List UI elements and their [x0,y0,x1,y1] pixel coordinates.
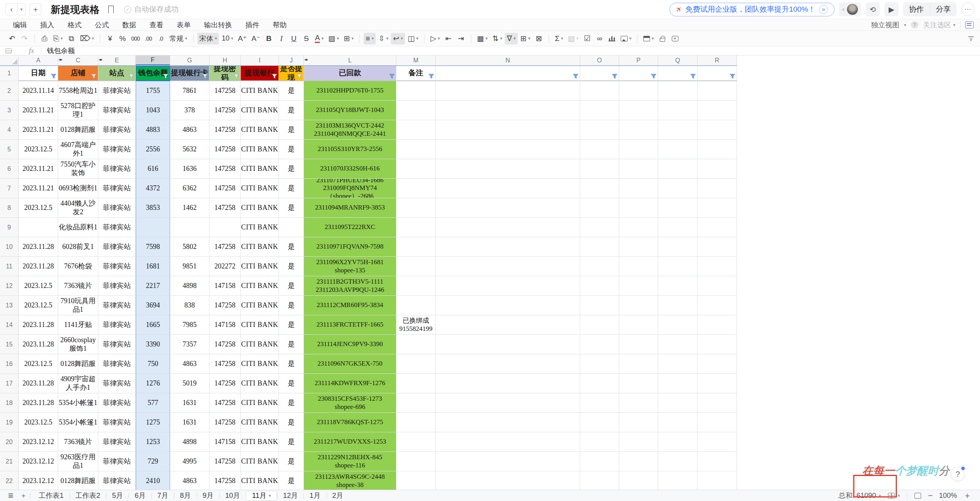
cell-H16[interactable]: 147258 [209,354,241,374]
cell-G8[interactable]: 1462 [170,198,209,218]
thousand-separator-button[interactable]: 000 [129,33,142,44]
cell-Q20[interactable] [658,432,698,452]
cell-C2[interactable]: 7558枪周边1 [58,81,98,101]
sheet-tab-m8[interactable]: 8月 [174,491,197,501]
cell-Q4[interactable] [658,120,698,140]
cell-A18[interactable]: 2023.11.28 [19,393,58,413]
cell-E7[interactable]: 菲律宾站 [98,179,136,198]
column-header-E[interactable]: E [98,55,136,65]
back-button[interactable]: ‹ [5,4,17,15]
cell-J1[interactable]: 是否提现 [279,66,304,81]
pivot-button[interactable]: ▤▾ [566,33,580,44]
filter-icon[interactable] [730,74,735,79]
cell-F3[interactable]: 1043 [136,101,170,120]
select-all-corner[interactable] [0,55,19,65]
cell-G4[interactable]: 4863 [170,120,209,140]
cell-O3[interactable] [580,101,619,120]
formula-input[interactable]: 钱包余额 [47,46,75,55]
cell-J2[interactable]: 是 [279,81,304,101]
decrease-indent-button[interactable]: ⇤ [443,33,454,44]
column-header-L[interactable]: L [304,55,396,65]
cell-L14[interactable]: 231113FRCTETFF-1665 [304,315,396,335]
cell-G14[interactable]: 7985 [170,315,209,335]
cell-I8[interactable]: CITI BANK [241,198,279,218]
more-button[interactable]: ⋯ [961,3,975,16]
cell-Q5[interactable] [658,140,698,159]
cell-F10[interactable]: 7598 [136,237,170,257]
cell-M11[interactable] [396,257,436,276]
checkbox-button[interactable]: ☑ [581,33,593,44]
comment-panel-icon[interactable] [965,21,974,28]
comment-button[interactable] [669,33,681,44]
cell-N3[interactable] [436,101,580,120]
cell-C10[interactable]: 6028前叉1 [58,237,98,257]
cell-P21[interactable] [619,452,658,471]
cell-R2[interactable] [698,81,737,101]
sheet-tab-m1[interactable]: 1月 [304,491,326,501]
cell-G17[interactable]: 5019 [170,374,209,393]
cell-L7[interactable]: 2311071PHUEU34-1686 231009FQ8NMY74（shope… [304,179,396,198]
sheet-tab-m12[interactable]: 12月 [277,491,304,501]
menu-insert[interactable]: 插入 [34,20,61,30]
cell-N13[interactable] [436,296,580,315]
cell-I9[interactable]: CITI BANK [241,218,279,237]
cell-I21[interactable]: CITI BANK [241,452,279,471]
cell-R20[interactable] [698,432,737,452]
hidden-columns-indicator[interactable]: ◂▸ [59,57,62,62]
cell-Q11[interactable] [658,257,698,276]
cell-G5[interactable]: 5632 [170,140,209,159]
cell-L12[interactable]: 231111B2GTH3V5-1111 2311203AAVP9QU-1246 [304,276,396,296]
cell-O16[interactable] [580,354,619,374]
cell-N2[interactable] [436,81,580,101]
row-header-20[interactable]: 20 [0,432,19,452]
cell-J13[interactable]: 是 [279,296,304,315]
row-header-7[interactable]: 7 [0,179,19,198]
cell-I16[interactable]: CITI BANK [241,354,279,374]
row-header-9[interactable]: 9 [0,218,19,237]
cell-L15[interactable]: 231114JENC9PV9-3390 [304,335,396,354]
cell-N15[interactable] [436,335,580,354]
cell-I12[interactable]: CITI BANK [241,276,279,296]
column-header-O[interactable]: O [580,55,619,65]
redo-button[interactable]: ↷ [19,33,30,44]
cell-I19[interactable]: CITI BANK [241,413,279,432]
cell-R3[interactable] [698,101,737,120]
cell-M17[interactable] [396,374,436,393]
cell-M7[interactable] [396,179,436,198]
cell-P6[interactable] [619,159,658,179]
cell-L20[interactable]: 2311217WUDVXXS-1253 [304,432,396,452]
cell-O22[interactable] [580,471,619,490]
cell-N14[interactable] [436,315,580,335]
cell-A12[interactable]: 2023.12.5 [19,276,58,296]
cell-J19[interactable]: 是 [279,413,304,432]
lock-button[interactable] [657,33,668,44]
cell-R14[interactable] [698,315,737,335]
cell-J18[interactable]: 是 [279,393,304,413]
cell-A3[interactable]: 2023.11.21 [19,101,58,120]
menu-formula[interactable]: 公式 [88,20,115,30]
cell-R7[interactable] [698,179,737,198]
cell-A6[interactable]: 2023.11.21 [19,159,58,179]
cell-E19[interactable]: 菲律宾站 [98,413,136,432]
cell-J17[interactable]: 是 [279,374,304,393]
filter-icon[interactable] [296,74,302,79]
fullscreen-icon[interactable] [914,493,921,499]
cell-J20[interactable]: 是 [279,432,304,452]
fill-color-button[interactable]: ▨▾ [326,33,341,44]
cell-R18[interactable] [698,393,737,413]
bold-button[interactable]: B [263,33,275,44]
cell-O2[interactable] [580,81,619,101]
cell-I1[interactable]: 提现银行 [241,66,279,81]
cell-I3[interactable]: CITI BANK [241,101,279,120]
cell-O21[interactable] [580,452,619,471]
cell-O18[interactable] [580,393,619,413]
cell-M1[interactable]: 备注 [396,66,436,81]
cell-H12[interactable]: 147158 [209,276,241,296]
grid-view-icon[interactable] [5,48,12,53]
row-header-2[interactable]: 2 [0,81,19,101]
cell-L2[interactable]: 231102HHPD76T0-1755 [304,81,396,101]
decrease-font-button[interactable]: A⁻ [250,33,263,44]
cell-G12[interactable]: 4898 [170,276,209,296]
cell-C3[interactable]: 5278口腔护理1 [58,101,98,120]
cell-G1[interactable]: 提现银行卡 [170,66,209,81]
